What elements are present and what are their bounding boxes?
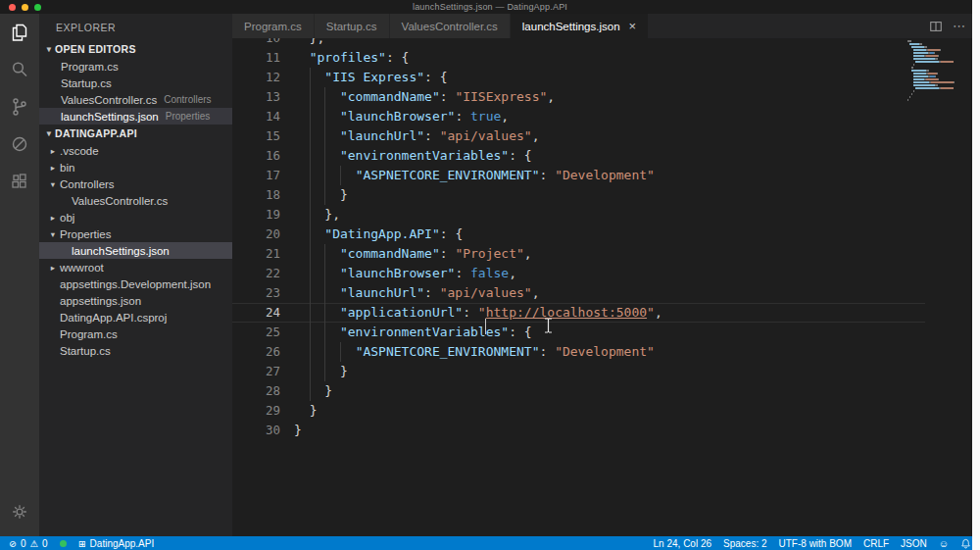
minimap-line xyxy=(907,87,970,89)
code-text: } xyxy=(294,381,332,401)
code-line-18[interactable]: 18 } xyxy=(232,185,980,205)
code-line-26[interactable]: 26 "ASPNETCORE_ENVIRONMENT": "Developmen… xyxy=(232,342,980,362)
activity-bar xyxy=(0,14,39,536)
feedback-smiley-icon[interactable]: ☺ xyxy=(939,538,949,549)
tree-item-program-cs[interactable]: Program.cs xyxy=(39,325,232,342)
line-number: 12 xyxy=(232,68,280,87)
code-line-16[interactable]: 16 "environmentVariables": { xyxy=(232,146,980,166)
activity-search-button[interactable] xyxy=(0,51,39,88)
file-label: Startup.cs xyxy=(61,77,112,89)
workbench: EXPLORER ▾ OPEN EDITORS Program.csStartu… xyxy=(0,14,980,536)
activity-explorer-button[interactable] xyxy=(0,14,39,51)
minimap-line xyxy=(907,99,970,101)
code-line-27[interactable]: 27 } xyxy=(232,362,980,381)
editor-actions: ⋯ xyxy=(929,14,966,38)
open-editor-launchsettings-json[interactable]: launchSettings.jsonProperties xyxy=(39,108,232,125)
indent-guide xyxy=(310,244,311,264)
language-indicator[interactable]: JSON xyxy=(901,538,927,549)
minimize-window-button[interactable] xyxy=(22,4,28,11)
eol-indicator[interactable]: CRLF xyxy=(863,538,889,549)
folder-root-header[interactable]: ▾ DATINGAPP.API xyxy=(39,125,232,142)
tree-item-valuescontroller-cs[interactable]: ValuesController.cs xyxy=(39,192,232,209)
line-number: 25 xyxy=(232,323,280,342)
open-editors-header[interactable]: ▾ OPEN EDITORS xyxy=(39,40,232,58)
activity-extensions-button[interactable] xyxy=(0,163,39,200)
code-line-21[interactable]: 21 "commandName": "Project", xyxy=(232,244,980,264)
editor[interactable]: 10 },11 "profiles": {12 "IIS Express": {… xyxy=(232,38,980,536)
warnings-count: 0 xyxy=(42,538,48,549)
tab-program-cs[interactable]: Program.cs xyxy=(232,14,315,38)
settings-button[interactable] xyxy=(0,493,39,530)
code-line-17[interactable]: 17 "ASPNETCORE_ENVIRONMENT": "Developmen… xyxy=(232,166,980,185)
code-line-20[interactable]: 20 "DatingApp.API": { xyxy=(232,225,980,244)
code-line-25[interactable]: 25 "environmentVariables": { xyxy=(232,323,980,342)
tree-item-obj[interactable]: ▸obj xyxy=(39,209,232,225)
zoom-window-button[interactable] xyxy=(34,4,41,11)
file-detail-label: Properties xyxy=(166,111,211,122)
tab-startup-cs[interactable]: Startup.cs xyxy=(315,14,390,38)
code-line-24[interactable]: 24 "applicationUrl": "http://localhost:5… xyxy=(232,303,980,323)
more-actions-icon[interactable]: ⋯ xyxy=(953,19,966,33)
code-line-10[interactable]: 10 }, xyxy=(232,38,980,48)
tab-valuescontroller-cs[interactable]: ValuesController.cs xyxy=(390,14,511,38)
open-editor-program-cs[interactable]: Program.cs xyxy=(39,58,232,75)
indent-guide xyxy=(310,342,311,362)
code-line-29[interactable]: 29 } xyxy=(232,401,980,421)
tree-item-properties[interactable]: ▾Properties xyxy=(39,225,232,242)
tree-item-bin[interactable]: ▸bin xyxy=(39,159,232,175)
file-label: Program.cs xyxy=(60,328,118,340)
minimap-line xyxy=(907,61,970,63)
tree-item-launchsettings-json[interactable]: launchSettings.json xyxy=(39,242,232,259)
split-editor-icon[interactable] xyxy=(929,20,943,33)
code-line-11[interactable]: 11 "profiles": { xyxy=(232,48,980,68)
errors-count: 0 xyxy=(21,538,26,549)
indent-guide xyxy=(324,362,325,381)
code-line-13[interactable]: 13 "commandName": "IISExpress", xyxy=(232,87,980,107)
activity-source-control-button[interactable] xyxy=(0,88,39,125)
code-line-23[interactable]: 23 "launchUrl": "api/values", xyxy=(232,283,980,303)
chevron-right-icon: ▸ xyxy=(47,163,59,173)
code-line-19[interactable]: 19 }, xyxy=(232,205,980,225)
code-text: "launchBrowser": true, xyxy=(294,107,509,126)
minimap-line xyxy=(907,67,970,69)
open-editor-startup-cs[interactable]: Startup.cs xyxy=(39,75,232,91)
tree-item-startup-cs[interactable]: Startup.cs xyxy=(39,342,232,359)
code-line-15[interactable]: 15 "launchUrl": "api/values", xyxy=(232,126,980,146)
green-status-icon[interactable] xyxy=(60,540,67,547)
activity-debug-button[interactable] xyxy=(0,125,39,163)
cursor-position-indicator[interactable]: Ln 24, Col 26 xyxy=(654,538,712,549)
file-label: .vscode xyxy=(60,145,99,157)
tree-item-datingapp-api-csproj[interactable]: DatingApp.API.csproj xyxy=(39,309,232,325)
tab-launchsettings-json[interactable]: launchSettings.json× xyxy=(511,14,649,38)
indent-guide xyxy=(310,205,311,225)
minimap[interactable] xyxy=(907,40,970,102)
code-line-12[interactable]: 12 "IIS Express": { xyxy=(232,68,980,87)
file-label: appsettings.json xyxy=(60,295,141,307)
code-line-30[interactable]: 30} xyxy=(232,421,980,440)
close-window-button[interactable] xyxy=(9,4,16,11)
tree-item-appsettings-development-json[interactable]: appsettings.Development.json xyxy=(39,275,232,292)
screen-edge-strip xyxy=(972,0,980,550)
notifications-bell-icon[interactable] xyxy=(960,538,971,549)
tree-item-appsettings-json[interactable]: appsettings.json xyxy=(39,292,232,309)
chevron-down-icon: ▾ xyxy=(43,44,55,54)
line-number: 22 xyxy=(232,264,280,283)
tree-item-controllers[interactable]: ▾Controllers xyxy=(39,175,232,192)
code-line-22[interactable]: 22 "launchBrowser": false, xyxy=(232,264,980,283)
minimap-line xyxy=(907,46,970,48)
tab-label: launchSettings.json xyxy=(522,21,620,32)
window-controls xyxy=(9,4,41,11)
indentation-indicator[interactable]: Spaces: 2 xyxy=(723,538,766,549)
open-editor-valuescontroller-cs[interactable]: ValuesController.csControllers xyxy=(39,91,232,108)
indent-guide xyxy=(340,342,341,362)
tree-item-wwwroot[interactable]: ▸wwwroot xyxy=(39,259,232,275)
code-line-28[interactable]: 28 } xyxy=(232,381,980,401)
file-label: ValuesController.cs xyxy=(61,94,157,106)
project-indicator[interactable]: ⊞ DatingApp.API xyxy=(78,538,155,549)
tree-item-vscode[interactable]: ▸.vscode xyxy=(39,142,232,159)
encoding-indicator[interactable]: UTF-8 with BOM xyxy=(779,538,852,549)
close-tab-icon[interactable]: × xyxy=(629,20,637,32)
indent-guide xyxy=(310,87,311,107)
code-line-14[interactable]: 14 "launchBrowser": true, xyxy=(232,107,980,126)
problems-indicator[interactable]: ⊘ 0 ⚠ 0 xyxy=(9,538,48,549)
